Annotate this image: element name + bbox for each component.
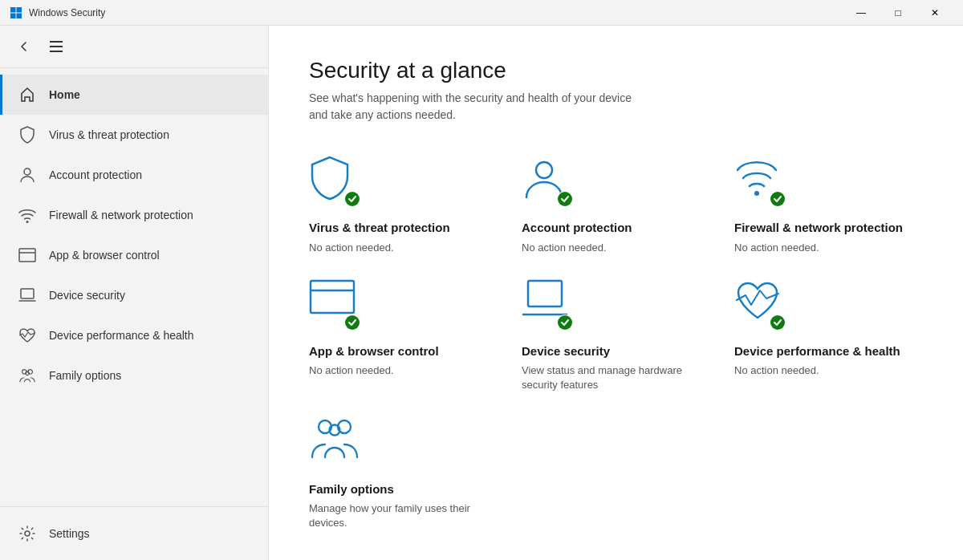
browser-control-icon [309, 279, 356, 319]
svg-rect-3 [17, 13, 22, 18]
sidebar-top [0, 26, 268, 68]
back-button[interactable] [13, 35, 35, 58]
maximize-button[interactable]: □ [880, 0, 916, 26]
card-device-icon-area [522, 279, 573, 331]
hamburger-button[interactable] [45, 36, 67, 57]
shield-icon [18, 126, 36, 144]
card-performance-icon-area [734, 279, 786, 331]
settings-icon [18, 525, 36, 542]
svg-point-19 [754, 191, 759, 196]
card-browser[interactable]: App & browser control No action needed. [309, 279, 498, 393]
sidebar-item-browser-label: App & browser control [49, 249, 160, 262]
svg-rect-2 [10, 13, 16, 18]
card-device-desc: View status and manage hardware security… [522, 363, 710, 392]
app-title: Windows Security [29, 7, 105, 18]
sidebar-item-family-label: Family options [49, 369, 121, 382]
svg-point-25 [558, 315, 572, 330]
sidebar-item-home[interactable]: Home [0, 75, 268, 115]
titlebar-left: Windows Security [10, 6, 105, 19]
sidebar-item-family[interactable]: Family options [0, 355, 268, 396]
close-button[interactable]: ✕ [916, 0, 953, 26]
cards-grid: Virus & threat protection No action need… [309, 156, 923, 530]
check-circle-icon [770, 192, 785, 206]
wifi-icon [18, 206, 36, 224]
sidebar-item-account-label: Account protection [49, 168, 142, 181]
browser-check-badge [344, 314, 360, 331]
device-laptop-icon [522, 279, 568, 319]
card-family-desc: Manage how your family uses their device… [309, 501, 498, 530]
sidebar-bottom: Settings [0, 506, 268, 560]
svg-point-17 [536, 162, 552, 178]
card-account-desc: No action needed. [522, 241, 710, 255]
minimize-button[interactable]: — [843, 0, 880, 26]
card-device-title: Device security [522, 343, 710, 359]
sidebar-item-device-label: Device security [49, 289, 125, 302]
card-firewall-icon-area [734, 156, 786, 207]
sidebar-item-firewall[interactable]: Firewall & network protection [0, 195, 268, 235]
svg-point-26 [770, 315, 785, 330]
sidebar-item-home-label: Home [49, 88, 80, 101]
sidebar-item-account[interactable]: Account protection [0, 155, 268, 195]
check-circle-icon [558, 315, 572, 330]
app-icon [10, 6, 22, 19]
card-browser-desc: No action needed. [309, 363, 498, 378]
card-virus-title: Virus & threat protection [309, 220, 498, 236]
check-circle-icon [558, 192, 572, 206]
virus-check-badge [344, 191, 360, 207]
svg-rect-6 [50, 51, 63, 52]
page-title: Security at a glance [309, 58, 923, 83]
svg-point-7 [24, 168, 30, 175]
svg-point-23 [345, 315, 360, 330]
svg-rect-4 [50, 41, 63, 43]
sidebar-item-settings[interactable]: Settings [0, 513, 268, 554]
browser-icon [18, 246, 36, 264]
firewall-check-badge [770, 191, 786, 207]
heart-icon [18, 327, 36, 344]
device-check-badge [557, 314, 573, 331]
sidebar-nav: Home Virus & threat protection [0, 68, 268, 506]
card-account[interactable]: Account protection No action needed. [522, 156, 710, 255]
laptop-icon [18, 286, 36, 304]
page-subtitle: See what's happening with the security a… [309, 90, 923, 124]
sidebar-item-browser[interactable]: App & browser control [0, 235, 268, 275]
svg-point-15 [25, 531, 30, 536]
account-check-badge [557, 191, 573, 207]
sidebar-item-firewall-label: Firewall & network protection [49, 209, 193, 221]
svg-point-8 [26, 221, 29, 223]
check-circle-icon [345, 315, 360, 330]
check-circle-icon [345, 192, 360, 206]
card-performance-desc: No action needed. [734, 363, 923, 378]
card-firewall[interactable]: Firewall & network protection No action … [734, 156, 923, 255]
card-browser-title: App & browser control [309, 343, 498, 359]
svg-rect-11 [21, 289, 34, 298]
sidebar-item-performance[interactable]: Device performance & health [0, 315, 268, 355]
card-firewall-desc: No action needed. [734, 241, 923, 255]
sidebar-item-virus[interactable]: Virus & threat protection [0, 115, 268, 155]
performance-check-badge [770, 314, 786, 331]
sidebar-item-device[interactable]: Device security [0, 275, 268, 315]
sidebar-item-settings-label: Settings [49, 527, 90, 540]
sidebar-item-performance-label: Device performance & health [49, 329, 194, 342]
card-account-icon-area [522, 156, 573, 207]
card-virus[interactable]: Virus & threat protection No action need… [309, 156, 498, 255]
card-family-icon-area [309, 417, 360, 469]
titlebar: Windows Security — □ ✕ [0, 0, 963, 26]
svg-rect-5 [50, 46, 63, 47]
svg-rect-9 [19, 249, 35, 262]
card-firewall-title: Firewall & network protection [734, 220, 923, 236]
card-device[interactable]: Device security View status and manage h… [522, 279, 710, 393]
card-performance[interactable]: Device performance & health No action ne… [734, 279, 923, 393]
card-virus-icon-area [309, 156, 360, 207]
svg-point-18 [558, 192, 572, 206]
sidebar-item-virus-label: Virus & threat protection [49, 128, 169, 141]
card-family-title: Family options [309, 481, 498, 497]
svg-rect-1 [17, 7, 22, 13]
card-browser-icon-area [309, 279, 360, 331]
check-circle-icon [770, 315, 785, 330]
home-icon [18, 86, 36, 103]
card-virus-desc: No action needed. [309, 241, 498, 255]
svg-rect-21 [311, 281, 354, 313]
svg-point-20 [770, 192, 785, 206]
card-family[interactable]: Family options Manage how your family us… [309, 417, 498, 531]
family-group-icon [309, 417, 360, 459]
